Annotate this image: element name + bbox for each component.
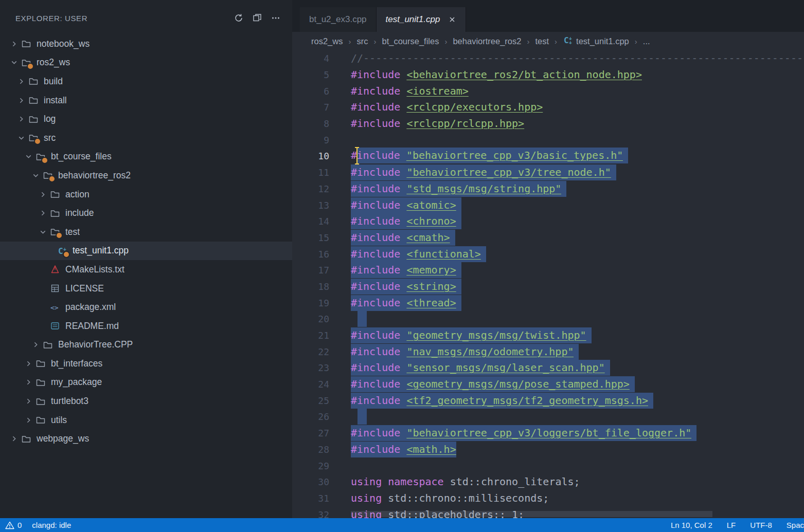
breadcrumb-item[interactable]: bt_course_files (382, 36, 439, 46)
breadcrumb-label: test_unit1.cpp (576, 36, 629, 46)
tree-item[interactable]: <>package.xml (0, 298, 292, 317)
horizontal-scrollbar[interactable] (351, 511, 712, 517)
tree-item[interactable]: bt_course_files (0, 148, 292, 167)
selection-newline (648, 393, 653, 409)
selection-newline (691, 425, 696, 441)
code-text: #include "sensor_msgs/msg/laser_scan.hpp… (329, 360, 610, 376)
code-text: #include <functional> (329, 246, 486, 262)
breadcrumb-item[interactable]: behaviortree_ros2 (453, 36, 521, 46)
code-text: #include "nav_msgs/msg/odometry.hpp" (329, 344, 579, 360)
code-line[interactable]: 12#include "std_msgs/msg/string.hpp" (292, 181, 804, 197)
line-number: 31 (292, 493, 329, 504)
tab-bt_u2_ex3.cpp[interactable]: bt_u2_ex3.cpp (300, 7, 377, 32)
tree-item[interactable]: include (0, 204, 292, 223)
tree-item[interactable]: BehaviorTree.CPP (0, 336, 292, 355)
tree-item[interactable]: turtlebot3 (0, 392, 292, 411)
status-eol-sequence[interactable]: LF (727, 521, 736, 529)
code-text: #include <string> (329, 279, 461, 295)
code-line[interactable]: 7#include <rclcpp/executors.hpp> (292, 99, 804, 116)
code-line[interactable]: 31using std::chrono::milliseconds; (292, 490, 804, 507)
status-cursor-position[interactable]: Ln 10, Col 2 (671, 521, 712, 529)
code-line[interactable]: 6#include <iostream> (292, 83, 804, 99)
tree-item[interactable]: webpage_ws (0, 429, 292, 448)
code-line[interactable]: 28#include <math.h> (292, 442, 804, 458)
code-line[interactable]: 20 (292, 311, 804, 327)
folder-icon (35, 358, 46, 369)
text-cursor (356, 147, 358, 164)
folder-icon (28, 132, 39, 143)
selection-newline (456, 295, 461, 311)
tree-item[interactable]: my_package (0, 373, 292, 392)
status-problems[interactable]: 0 (5, 521, 22, 529)
breadcrumb-item[interactable]: ... (643, 36, 650, 46)
breadcrumb-item[interactable]: ros2_ws (311, 36, 343, 46)
chevron-down-icon (22, 152, 35, 161)
code-line[interactable]: 14#include <chrono> (292, 213, 804, 230)
tree-item[interactable]: LICENSE (0, 279, 292, 298)
close-icon[interactable] (448, 15, 456, 24)
code-line[interactable]: 4//-------------------------------------… (292, 50, 804, 67)
cpp-icon: C++ (57, 245, 68, 256)
refresh-icon[interactable] (229, 10, 248, 26)
tree-item[interactable]: CMakeLists.txt (0, 260, 292, 279)
chevron-right-icon (7, 40, 21, 48)
code-line[interactable]: 24#include <geometry_msgs/msg/pose_stamp… (292, 376, 804, 393)
line-number: 13 (292, 200, 329, 211)
tree-item[interactable]: build (0, 72, 292, 91)
line-number: 29 (292, 461, 329, 471)
tree-item[interactable]: action (0, 185, 292, 204)
code-line[interactable]: 18#include <string> (292, 279, 804, 295)
tree-item-label: my_package (51, 377, 102, 388)
code-line[interactable]: 27#include "behaviortree_cpp_v3/loggers/… (292, 425, 804, 442)
status-encoding[interactable]: UTF-8 (750, 521, 772, 529)
tree-item[interactable]: log (0, 109, 292, 129)
code-line[interactable]: 5#include <behaviortree_ros2/bt_action_n… (292, 67, 804, 83)
split-editor-icon[interactable] (248, 10, 266, 26)
code-line[interactable]: 17#include <memory> (292, 262, 804, 279)
code-text (329, 409, 367, 425)
status-label: 0 (17, 521, 22, 529)
code-editor[interactable]: 4//-------------------------------------… (292, 50, 804, 518)
tree-item[interactable]: src (0, 129, 292, 148)
code-line[interactable]: 9 (292, 132, 804, 148)
breadcrumb-item[interactable]: C++test_unit1.cpp (563, 35, 629, 47)
tree-item[interactable]: C++test_unit1.cpp (0, 242, 292, 261)
code-line[interactable]: 11#include "behaviortree_cpp_v3/tree_nod… (292, 164, 804, 181)
code-line[interactable]: 13#include <atomic> (292, 197, 804, 213)
code-line[interactable]: 10#include "behaviortree_cpp_v3/basic_ty… (292, 148, 804, 164)
code-line[interactable]: 16#include <functional> (292, 246, 804, 262)
tree-item-label: log (44, 114, 56, 124)
tree-item[interactable]: bt_interfaces (0, 354, 292, 373)
tree-item[interactable]: test (0, 223, 292, 242)
code-line[interactable]: 19#include <thread> (292, 295, 804, 311)
more-actions-icon[interactable] (266, 10, 285, 26)
line-number: 9 (292, 135, 329, 145)
tree-item[interactable]: utils (0, 411, 292, 430)
tree-item[interactable]: behaviortree_ros2 (0, 166, 292, 185)
status-clangd-status[interactable]: clangd: idle (32, 521, 71, 529)
breadcrumb-item[interactable]: test (535, 36, 549, 46)
tree-item[interactable]: ros2_ws (0, 53, 292, 72)
code-line[interactable]: 25#include <tf2_geometry_msgs/tf2_geomet… (292, 392, 804, 409)
folder-icon (28, 76, 39, 87)
code-line[interactable]: 30using namespace std::chrono_literals; (292, 474, 804, 490)
vscode-window: EXPLORER: USER notebook_wsros2_wsbuildin… (0, 0, 804, 532)
xml-icon: <> (49, 302, 61, 313)
line-number: 4 (292, 53, 329, 64)
breadcrumb-label: behaviortree_ros2 (453, 36, 521, 46)
tab-test_unit1.cpp[interactable]: test_unit1.cpp (377, 7, 467, 32)
tree-item[interactable]: install (0, 91, 292, 110)
breadcrumb-item[interactable]: src (356, 36, 368, 46)
status-indentation[interactable]: Spac (787, 521, 804, 529)
code-line[interactable]: 15#include <cmath> (292, 230, 804, 246)
selection-newline (456, 279, 461, 295)
code-line[interactable]: 22#include "nav_msgs/msg/odometry.hpp" (292, 343, 804, 360)
code-line[interactable]: 8#include <rclcpp/rclcpp.hpp> (292, 116, 804, 132)
code-line[interactable]: 26 (292, 409, 804, 425)
code-line[interactable]: 23#include "sensor_msgs/msg/laser_scan.h… (292, 360, 804, 376)
code-line[interactable]: 21#include "geometry_msgs/msg/twist.hpp" (292, 327, 804, 344)
code-line[interactable]: 29 (292, 457, 804, 474)
tree-item[interactable]: README.md (0, 317, 292, 336)
selection-newline (358, 409, 367, 425)
tree-item[interactable]: notebook_ws (0, 34, 292, 53)
